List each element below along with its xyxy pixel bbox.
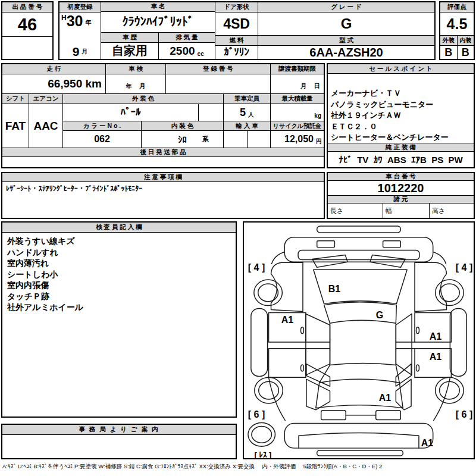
notes-label: 注 意 事 項 欄	[2, 173, 324, 182]
interior-color-suffix: 系	[202, 135, 209, 144]
interior-grade-label: 内装	[458, 36, 474, 45]
text-line: 室内内張傷	[7, 280, 231, 291]
text-line: タッチＰ跡	[7, 291, 231, 302]
interior-color-value: ｼﾛ	[178, 134, 187, 145]
sales-points-list: メーカーナビ・ＴＶパノラミックビューモニター社外１９インチＡＷＥＴＣ２．０シート…	[328, 74, 474, 143]
interior-grade-value: B	[458, 46, 474, 59]
displacement-value: 2500	[170, 45, 195, 58]
history-label: 車 歴	[101, 33, 158, 43]
vehicle-header-box: 初度登録 H 30 年 9 月 車 名 ｸﾗｳﾝﾊｲﾌﾞﾘｯﾄﾞ 車 歴	[58, 1, 436, 60]
transfer-deadline-label: 譲渡書類期限	[271, 64, 324, 74]
exterior-color-value: ﾊﾟｰﾙ	[63, 104, 199, 121]
reg-year-unit: 年	[85, 18, 91, 29]
text-line: 室内薄汚れ	[7, 258, 231, 269]
capacity-value: 5	[240, 107, 246, 119]
mileage-label: 走 行	[2, 64, 106, 74]
interior-color-label: 内 装 色	[142, 121, 224, 131]
grade-value: G	[258, 12, 434, 36]
displacement-unit: cc	[198, 51, 204, 59]
aircon-label: エアコン	[29, 94, 63, 104]
car-name-col: 車 名 ｸﾗｳﾝﾊｲﾌﾞﾘｯﾄﾞ 車 歴 自家用 排 気 量 2500 cc	[101, 2, 215, 59]
tire-rear-left-depth: [ 6 ]	[248, 410, 265, 419]
sales-points-label: セ ー ル ス ポ イ ン ト	[328, 64, 474, 74]
aircon-value: AAC	[29, 104, 63, 148]
recycle-deposit-label: リサイクル預託金	[271, 121, 324, 131]
text-line: 外装うすい線キズ	[7, 236, 231, 247]
reg-number-value	[166, 74, 271, 94]
inspection-label: 車 検	[106, 64, 166, 74]
office-box: 事 務 局 よ り ご 案 内	[1, 424, 237, 459]
history-value: 自家用	[101, 43, 158, 59]
shift-label: シフト	[2, 94, 29, 104]
first-registration-value: H 30 年 9 月	[60, 12, 101, 59]
exterior-color-label: 外 装 色	[63, 94, 224, 104]
max-load-label: 最大積載量	[271, 94, 324, 104]
import-car-label: 輸 入 車	[224, 121, 271, 131]
reg-year: 30	[67, 14, 83, 29]
grade-label: グ レ ー ド	[258, 2, 434, 12]
model-code-value: 6AA-AZSH20	[258, 46, 434, 59]
exterior-grade-label: 外装	[440, 36, 458, 45]
capacity-unit: 人	[248, 111, 254, 121]
import-car-cell-1	[224, 131, 248, 148]
oem-equipment-label: 純 正 装 備	[328, 143, 474, 152]
door-front-right-mark: A1	[430, 332, 441, 342]
recycle-deposit-unit: 円	[316, 137, 322, 148]
spec-width-label: 幅	[383, 203, 430, 218]
fuel-label: 燃 料	[215, 36, 258, 46]
text-line: 社外アルミホイール	[7, 302, 231, 313]
exterior-grade-value: B	[440, 46, 458, 59]
auction-sheet: 出 品 番 号 46 初度登録 H 30 年 9 月 車 名 ｸﾗｳﾝﾊｲﾌ	[0, 0, 476, 476]
recycle-deposit-value: 12,050	[284, 134, 314, 145]
damage-code-legend: A:ｷｽﾞ U:ﾍｺﾐ B:ｷｽﾞを伴うﾍｺﾐ P:要塗装 W:補修跡 S:錆 …	[2, 463, 475, 471]
recycle-deposit-cell: 12,050 円	[271, 131, 324, 148]
door-shape-label: ドア形状	[215, 2, 258, 12]
transfer-deadline-value: 月 日	[271, 74, 324, 94]
capacity-label: 乗車定員	[224, 94, 271, 104]
sales-points-box: セ ー ル ス ポ イ ン ト メーカーナビ・ＴＶパノラミックビューモニター社外…	[327, 63, 475, 168]
hood-mark: B1	[328, 284, 340, 294]
notes-value: ﾚｻﾞｰｼｰﾄ ･ ｽﾃｱﾘﾝｸﾞﾋｰﾀｰ ･ ﾌﾞﾗｲﾝﾄﾞｽﾎﾟｯﾄﾓﾆﾀｰ	[2, 182, 324, 218]
details-box: 走 行 車 検 登 録 番 号 譲渡書類期限 66,950 km 年 月 月 日…	[1, 63, 325, 168]
text-line: メーカーナビ・ＴＶ	[331, 88, 474, 99]
car-name-value: ｸﾗｳﾝﾊｲﾌﾞﾘｯﾄﾞ	[101, 12, 215, 33]
model-code-label: 型 式	[258, 36, 434, 46]
inspector-label: 検 査 員 記 入 欄	[2, 223, 236, 233]
score-box: 評価点 4.5 外装 内装 B B	[439, 1, 475, 60]
specs-label: 諸 元	[328, 196, 474, 203]
grade-col: グ レ ー ド G 型 式 6AA-AZSH20	[258, 2, 434, 59]
lot-number-label: 出 品 番 号	[2, 2, 52, 12]
spare-tire-mark: [ ﾚｽ ]	[255, 451, 272, 459]
rear-bumper-mark: A1	[421, 439, 433, 448]
later-parts-value	[2, 157, 324, 167]
chassis-value: 1012220	[328, 181, 474, 196]
windshield-mark: G	[376, 311, 383, 320]
reg-month-unit: 月	[82, 48, 87, 58]
score-value: 4.5	[440, 12, 474, 36]
lot-number-box: 出 品 番 号 46	[1, 1, 54, 60]
mileage-value: 66,950 km	[2, 74, 106, 94]
score-label: 評価点	[440, 2, 474, 12]
first-registration-col: 初度登録 H 30 年 9 月	[60, 2, 101, 59]
door-rear-right-mark: A1	[430, 352, 441, 362]
chassis-label: 車 台 番 号	[328, 173, 474, 181]
car-diagram-labels: [ 4 ][ 4 ]B1GA1A1A1A1[ 6 ][ 6 ]A1[ ﾚｽ ]	[244, 223, 474, 458]
text-line: パノラミックビューモニター	[331, 99, 474, 111]
door-shape-col: ドア形状 4SD 燃 料 ｶﾞｿﾘﾝ	[215, 2, 258, 59]
tire-front-left-depth: [ 4 ]	[248, 263, 265, 273]
tire-rear-right-depth: [ 6 ]	[456, 410, 472, 419]
exterior-color-sub-cell	[199, 104, 224, 121]
office-content-empty	[2, 435, 236, 458]
lot-number-empty-cell	[2, 37, 52, 59]
notes-box: 注 意 事 項 欄 ﾚｻﾞｰｼｰﾄ ･ ｽﾃｱﾘﾝｸﾞﾋｰﾀｰ ･ ﾌﾞﾗｲﾝﾄ…	[1, 172, 325, 219]
max-load-value: kg	[271, 104, 324, 121]
color-no-label: カ ラ ー N o .	[63, 121, 142, 131]
car-name-label: 車 名	[101, 2, 215, 12]
door-front-left-mark: A1	[281, 315, 293, 325]
inspection-value: 年 月	[106, 74, 166, 94]
oem-equipment-value: ﾅﾋﾞ TV ｶﾜ ABS ｴｱB PS PW	[328, 152, 474, 167]
shift-value: FAT	[2, 104, 29, 148]
inspector-notes-list: 外装うすい線キズハンドルすれ室内薄汚れシートしわ小室内内張傷タッチＰ跡社外アルミ…	[2, 233, 236, 416]
text-line: ハンドルすれ	[7, 247, 231, 258]
era-code: H	[61, 14, 67, 22]
